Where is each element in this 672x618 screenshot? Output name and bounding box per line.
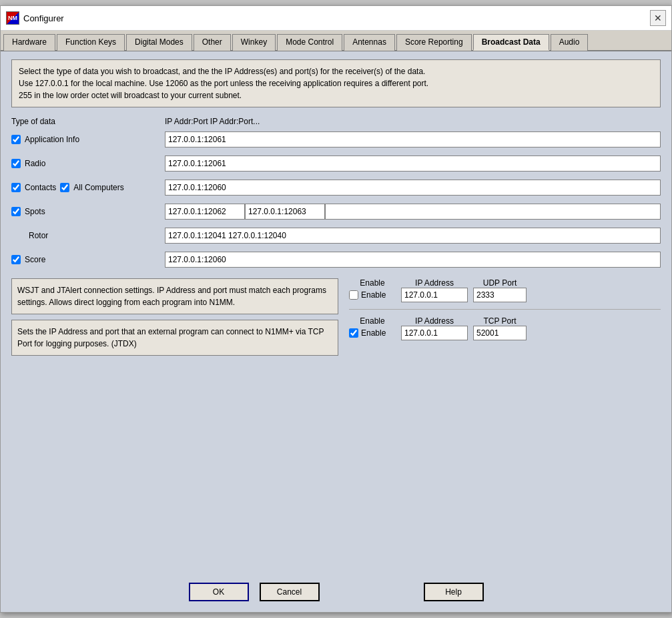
score-input[interactable] <box>165 252 661 268</box>
jtdx-description: Sets the IP Address and port that an ext… <box>11 320 338 356</box>
radio-row: Radio <box>11 156 661 172</box>
tab-audio[interactable]: Audio <box>551 34 589 51</box>
spots-input2[interactable] <box>245 204 325 220</box>
info-line3: 255 in the low order octet will broadcas… <box>19 89 653 101</box>
jtdx-enable-cell: Enable <box>349 328 396 338</box>
wsjt-ip-input[interactable] <box>401 288 468 302</box>
spots-input1[interactable] <box>165 204 245 220</box>
tab-winkey[interactable]: Winkey <box>232 34 276 51</box>
rotor-row: Rotor <box>11 228 661 244</box>
rotor-label: Rotor <box>11 231 165 240</box>
spots-label: Spots <box>11 207 165 216</box>
tab-digital-modes[interactable]: Digital Modes <box>126 34 192 51</box>
info-line2: Use 127.0.0.1 for the local machine. Use… <box>19 77 653 89</box>
radio-input[interactable] <box>165 156 661 172</box>
tab-other[interactable]: Other <box>194 34 231 51</box>
contacts-input[interactable] <box>165 180 661 196</box>
info-box: Select the type of data you wish to broa… <box>11 59 661 107</box>
help-button[interactable]: Help <box>424 583 484 601</box>
spots-row: Spots <box>11 204 661 220</box>
contacts-label: Contacts All Computers <box>11 183 165 192</box>
jtdx-enable-checkbox[interactable] <box>349 328 358 338</box>
jtdx-ip-header: IP Address <box>401 316 468 326</box>
spots-checkbox[interactable] <box>11 207 21 216</box>
main-window: NM Configurer ✕ Hardware Function Keys D… <box>0 5 672 613</box>
jtdx-data-row: Enable <box>349 326 661 340</box>
radio-label: Radio <box>11 159 165 168</box>
rotor-input[interactable] <box>165 228 661 244</box>
wsjt-port-header: UDP Port <box>473 278 527 288</box>
score-label: Score <box>11 255 165 264</box>
wsjt-ip-header: IP Address <box>401 278 468 288</box>
tab-score-reporting[interactable]: Score Reporting <box>396 34 472 51</box>
wsjt-connection: Enable IP Address UDP Port Enable <box>349 278 661 302</box>
title-bar-left: NM Configurer <box>6 11 64 25</box>
jtdx-ip-input[interactable] <box>401 326 468 340</box>
jtdx-port-input[interactable] <box>473 326 527 340</box>
spots-input-rest[interactable] <box>325 204 661 220</box>
ip-column-header: IP Addr:Port IP Addr:Port... <box>165 117 260 126</box>
tab-mode-control[interactable]: Mode Control <box>277 34 342 51</box>
title-bar: NM Configurer ✕ <box>1 6 671 31</box>
contacts-row: Contacts All Computers <box>11 180 661 196</box>
tab-function-keys[interactable]: Function Keys <box>57 34 125 51</box>
wsjt-enable-checkbox[interactable] <box>349 290 358 300</box>
application-info-input[interactable] <box>165 131 661 147</box>
all-computers-checkbox[interactable] <box>60 183 69 192</box>
wsjt-data-row: Enable <box>349 288 661 302</box>
application-info-checkbox[interactable] <box>11 135 21 144</box>
tab-hardware[interactable]: Hardware <box>3 34 55 51</box>
close-button[interactable]: ✕ <box>650 10 666 26</box>
button-bar: OK Cancel Help <box>1 572 671 612</box>
description-boxes: WSJT and JTAlert connection settings. IP… <box>11 278 338 356</box>
bottom-section: WSJT and JTAlert connection settings. IP… <box>11 278 661 356</box>
cancel-button[interactable]: Cancel <box>260 583 320 601</box>
tab-antennas[interactable]: Antennas <box>344 34 395 51</box>
radio-checkbox[interactable] <box>11 159 21 168</box>
app-icon: NM <box>6 11 19 25</box>
score-row: Score <box>11 252 661 268</box>
wsjt-header-row: Enable IP Address UDP Port <box>349 278 661 288</box>
type-column-header: Type of data <box>11 117 165 126</box>
divider <box>349 309 661 310</box>
tab-bar: Hardware Function Keys Digital Modes Oth… <box>1 31 671 51</box>
wsjt-enable-cell: Enable <box>349 290 396 300</box>
wsjt-enable-header: Enable <box>349 278 396 288</box>
jtdx-enable-header: Enable <box>349 316 396 326</box>
wsjt-description: WSJT and JTAlert connection settings. IP… <box>11 278 338 314</box>
jtdx-port-header: TCP Port <box>473 316 527 326</box>
application-info-label: Application Info <box>11 135 165 144</box>
wsjt-port-input[interactable] <box>473 288 527 302</box>
content-area: Select the type of data you wish to broa… <box>1 51 671 572</box>
column-header: Type of data IP Addr:Port IP Addr:Port..… <box>11 117 661 126</box>
ok-button[interactable]: OK <box>189 583 249 601</box>
window-title: Configurer <box>23 13 64 23</box>
jtdx-connection: Enable IP Address TCP Port Enable <box>349 316 661 340</box>
score-checkbox[interactable] <box>11 255 21 264</box>
tab-broadcast-data[interactable]: Broadcast Data <box>473 34 549 51</box>
spots-inputs <box>165 204 661 220</box>
jtdx-header-row: Enable IP Address TCP Port <box>349 316 661 326</box>
info-line1: Select the type of data you wish to broa… <box>19 65 653 77</box>
application-info-row: Application Info <box>11 131 661 147</box>
contacts-checkbox[interactable] <box>11 183 21 192</box>
connection-section: Enable IP Address UDP Port Enable <box>349 278 661 356</box>
